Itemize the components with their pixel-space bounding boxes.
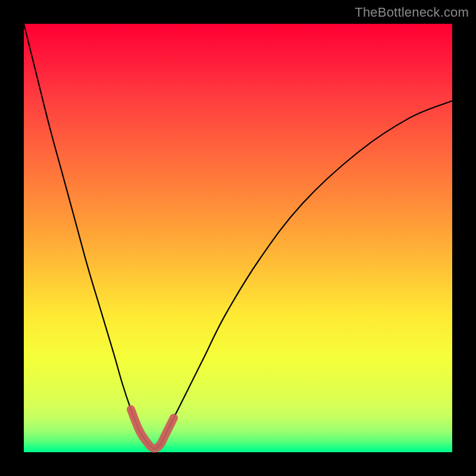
plot-area <box>24 24 452 452</box>
highlight-segment <box>131 409 174 449</box>
chart-frame: TheBottleneck.com <box>0 0 476 476</box>
bottleneck-curve <box>24 24 452 449</box>
curve-layer <box>24 24 452 452</box>
watermark-text: TheBottleneck.com <box>355 5 469 20</box>
